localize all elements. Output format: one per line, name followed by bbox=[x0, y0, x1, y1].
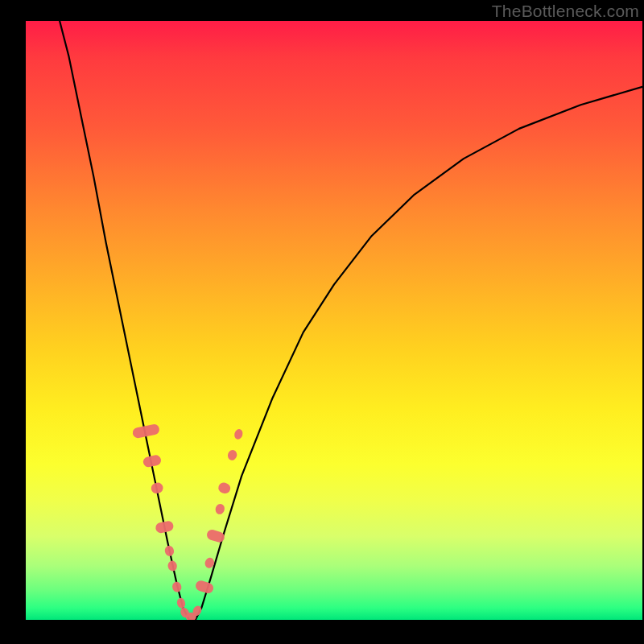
bottleneck-curve bbox=[60, 21, 642, 620]
data-marker bbox=[176, 597, 187, 609]
data-marker bbox=[167, 559, 178, 572]
watermark-text: TheBottleneck.com bbox=[492, 2, 639, 21]
data-marker bbox=[217, 481, 232, 495]
data-marker bbox=[155, 520, 174, 534]
data-marker bbox=[142, 454, 162, 468]
data-marker bbox=[226, 449, 238, 462]
chart-svg bbox=[26, 21, 642, 620]
data-marker bbox=[194, 580, 214, 595]
data-marker bbox=[151, 481, 164, 494]
data-marker bbox=[214, 503, 225, 516]
data-marker bbox=[233, 428, 244, 440]
chart-frame: TheBottleneck.com bbox=[0, 0, 644, 644]
data-marker bbox=[205, 528, 225, 543]
plot-area bbox=[26, 21, 642, 620]
curve-layer bbox=[60, 21, 642, 620]
data-marker bbox=[164, 545, 175, 557]
data-marker bbox=[171, 581, 183, 593]
